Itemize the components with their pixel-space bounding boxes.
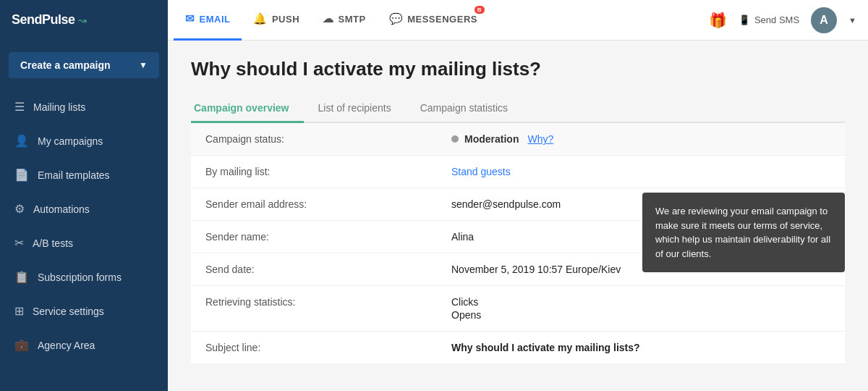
stat-clicks: Clicks [451, 296, 481, 308]
tooltip-text: We are reviewing your email campaign to … [655, 206, 830, 259]
sidebar-item-agency-area-label: Agency Area [38, 340, 95, 351]
sidebar-item-mailing-lists[interactable]: ☰ Mailing lists [0, 90, 168, 124]
beta-badge: β [475, 6, 485, 14]
my-campaigns-icon: 👤 [14, 134, 29, 148]
retrieving-statistics-value: Clicks Opens [451, 296, 481, 321]
email-icon: ✉ [185, 12, 195, 25]
mailing-lists-icon: ☰ [14, 100, 25, 114]
send-sms-label: Send SMS [754, 14, 799, 25]
stat-opens: Opens [451, 309, 481, 321]
by-mailing-list-label: By mailing list: [205, 166, 451, 177]
create-campaign-button[interactable]: Create a campaign ▼ [9, 52, 159, 78]
send-date-label: Send date: [205, 264, 451, 275]
nav-tab-smtp-label: SMTP [339, 14, 366, 25]
tab-campaign-overview[interactable]: Campaign overview [191, 95, 304, 123]
nav-tab-push[interactable]: 🔔 PUSH [242, 0, 311, 41]
nav-tab-smtp[interactable]: ☁ SMTP [311, 0, 378, 41]
why-link[interactable]: Why? [527, 133, 553, 145]
main-content: Why should I activate my mailing lists? … [168, 41, 868, 391]
sidebar-item-my-campaigns-label: My campaigns [38, 135, 103, 147]
tab-list-of-recipients-label: List of recipients [318, 102, 391, 114]
by-mailing-list-value[interactable]: Stand guests [451, 166, 511, 177]
status-value: Moderation [464, 133, 519, 145]
retrieving-statistics-label: Retrieving statistics: [205, 296, 451, 308]
nav-tab-email[interactable]: ✉ EMAIL [174, 0, 242, 41]
sidebar-item-service-settings-label: Service settings [33, 306, 104, 317]
sidebar-item-service-settings[interactable]: ⊞ Service settings [0, 294, 168, 328]
sidebar-item-automations-label: Automations [33, 203, 90, 215]
logo[interactable]: SendPulse ↝ [0, 0, 168, 41]
nav-tab-push-label: PUSH [272, 14, 299, 25]
detail-row-by-mailing-list: By mailing list: Stand guests [191, 156, 845, 188]
subscription-forms-icon: 📋 [14, 270, 29, 284]
create-campaign-label: Create a campaign [20, 59, 111, 71]
sidebar-item-my-campaigns[interactable]: 👤 My campaigns [0, 124, 168, 158]
moderation-tooltip: We are reviewing your email campaign to … [642, 193, 845, 272]
avatar-dropdown-arrow[interactable]: ▼ [848, 16, 856, 25]
push-icon: 🔔 [253, 12, 268, 25]
nav-tab-messengers-label: MESSENGERS [407, 14, 477, 25]
sidebar-item-ab-tests[interactable]: ✂ A/B tests [0, 226, 168, 260]
smtp-icon: ☁ [323, 12, 334, 25]
subject-line-label: Subject line: [205, 342, 451, 353]
nav-tab-messengers[interactable]: 💬 MESSENGERS β [378, 0, 489, 41]
detail-row-campaign-status: Campaign status: Moderation Why? [191, 123, 845, 156]
sidebar-item-ab-tests-label: A/B tests [33, 237, 73, 249]
tab-list-of-recipients[interactable]: List of recipients [315, 95, 406, 123]
messengers-icon: 💬 [389, 12, 404, 25]
sidebar-item-email-templates[interactable]: 📄 Email templates [0, 158, 168, 192]
send-date-value: November 5, 2019 10:57 Europe/Kiev [451, 264, 621, 275]
sidebar-item-mailing-lists-label: Mailing lists [33, 101, 85, 113]
gift-icon[interactable]: 🎁 [709, 12, 727, 29]
subject-line-value: Why should I activate my mailing lists? [451, 342, 640, 353]
nav-tabs: ✉ EMAIL 🔔 PUSH ☁ SMTP 💬 MESSENGERS β [174, 0, 489, 41]
top-navigation: SendPulse ↝ ✉ EMAIL 🔔 PUSH ☁ SMTP 💬 MESS… [0, 0, 868, 41]
avatar[interactable]: A [811, 7, 837, 33]
sidebar: Create a campaign ▼ ☰ Mailing lists 👤 My… [0, 41, 168, 391]
logo-wave: ↝ [78, 14, 87, 26]
sidebar-item-subscription-forms[interactable]: 📋 Subscription forms [0, 260, 168, 294]
sender-name-value: Alina [451, 231, 474, 243]
chevron-down-icon: ▼ [139, 60, 148, 70]
sender-email-label: Sender email address: [205, 198, 451, 210]
tab-campaign-statistics-label: Campaign statistics [420, 102, 508, 114]
agency-area-icon: 💼 [14, 338, 29, 352]
service-settings-icon: ⊞ [14, 304, 24, 318]
send-sms-button[interactable]: 📱 Send SMS [739, 14, 799, 25]
content-tabs: Campaign overview List of recipients Cam… [191, 95, 845, 123]
nav-right: 🎁 📱 Send SMS A ▼ [709, 7, 856, 33]
tab-campaign-overview-label: Campaign overview [194, 102, 289, 114]
tab-campaign-statistics[interactable]: Campaign statistics [417, 95, 522, 123]
page-title: Why should I activate my mailing lists? [191, 58, 845, 80]
phone-icon: 📱 [739, 14, 750, 25]
campaign-status-label: Campaign status: [205, 133, 451, 145]
detail-row-retrieving-statistics: Retrieving statistics: Clicks Opens [191, 286, 845, 332]
email-templates-icon: 📄 [14, 168, 29, 182]
sender-email-value: sender@sendpulse.com [451, 198, 561, 210]
sidebar-item-email-templates-label: Email templates [38, 169, 110, 181]
automations-icon: ⚙ [14, 202, 25, 216]
sidebar-item-subscription-forms-label: Subscription forms [38, 272, 122, 283]
layout: Create a campaign ▼ ☰ Mailing lists 👤 My… [0, 41, 868, 391]
nav-tab-email-label: EMAIL [200, 14, 231, 25]
status-indicator: Moderation Why? [451, 133, 553, 145]
sidebar-item-agency-area[interactable]: 💼 Agency Area [0, 328, 168, 362]
status-dot [451, 135, 459, 143]
detail-row-subject-line: Subject line: Why should I activate my m… [191, 332, 845, 364]
logo-text: SendPulse [12, 12, 75, 28]
sender-name-label: Sender name: [205, 231, 451, 243]
ab-tests-icon: ✂ [14, 236, 24, 250]
sidebar-item-automations[interactable]: ⚙ Automations [0, 192, 168, 226]
